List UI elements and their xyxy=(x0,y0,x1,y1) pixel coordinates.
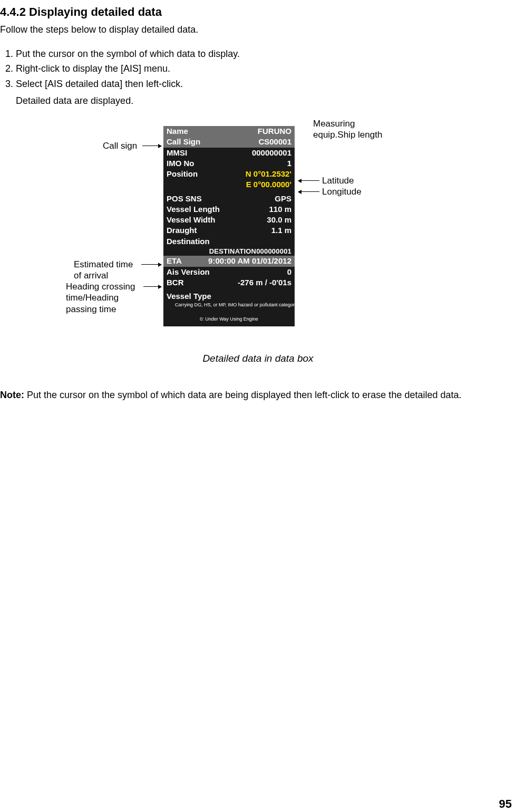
ann-measuring: Measuring equip.Ship length xyxy=(313,118,382,141)
ais-data-box: NameFURUNO Call SignCS00001 MMSI00000000… xyxy=(163,126,295,326)
step-1: Put the cursor on the symbol of which da… xyxy=(16,47,516,60)
value-vessel-length: 110 m xyxy=(269,204,291,215)
value-vessel-type-2: 0: Under Way Using Engine xyxy=(163,316,295,322)
note-text: Note: Put the cursor on the symbol of wh… xyxy=(0,389,516,401)
figure-caption: Detailed data in data box xyxy=(0,352,516,365)
label-eta: ETA xyxy=(167,256,182,266)
value-bcr: -276 m / -0'01s xyxy=(238,277,291,288)
value-destination: DESTINATION000000001 xyxy=(163,247,295,256)
note-label: Note: xyxy=(0,390,24,400)
intro-text: Follow the steps below to display detail… xyxy=(0,23,516,36)
ann-eta: Estimated time of arrival xyxy=(74,259,133,282)
row-vessel-type-label: Vessel Type xyxy=(163,291,295,302)
value-latitude: N 0°01.2532' xyxy=(246,169,291,179)
ann-longitude: Longitude xyxy=(322,186,362,197)
value-ais-version: 0 xyxy=(287,267,291,277)
page-number: 95 xyxy=(499,796,512,812)
step-result: Detailed data are displayed. xyxy=(16,94,516,107)
value-draught: 1.1 m xyxy=(271,225,291,236)
step-3: Select [AIS detailed data] then left-cli… xyxy=(16,78,516,90)
value-vessel-width: 30.0 m xyxy=(267,215,291,225)
arrow-longitude xyxy=(298,191,319,192)
figure-area: Call sign Estimated time of arrival Head… xyxy=(0,115,516,379)
label-ais-version: Ais Version xyxy=(167,267,210,277)
step-2: Right-click to display the [AIS] menu. xyxy=(16,62,516,75)
value-longitude: E 0°00.0000' xyxy=(246,179,291,190)
value-callsign: CS00001 xyxy=(258,137,291,147)
row-draught: Draught1.1 m xyxy=(163,225,295,236)
row-bcr: BCR-276 m / -0'01s xyxy=(163,277,295,288)
row-eta: ETA9:00:00 AM 01/01/2012 xyxy=(163,256,295,266)
label-mmsi: MMSI xyxy=(167,148,187,158)
ann-callsign: Call sign xyxy=(103,140,137,151)
arrow-bcr xyxy=(143,286,161,287)
arrow-eta xyxy=(141,264,161,265)
row-imo: IMO No1 xyxy=(163,158,295,169)
label-name: Name xyxy=(167,126,188,137)
note-body: Put the cursor on the symbol of which da… xyxy=(24,390,462,400)
row-name: NameFURUNO xyxy=(163,126,295,137)
label-vessel-length: Vessel Length xyxy=(167,204,220,215)
value-name: FURUNO xyxy=(258,126,291,137)
row-position-lon: E 0°00.0000' xyxy=(163,179,295,190)
row-position-lat: PositionN 0°01.2532' xyxy=(163,169,295,179)
row-vessel-length: Vessel Length110 m xyxy=(163,204,295,215)
label-vessel-width: Vessel Width xyxy=(167,215,215,225)
label-imo: IMO No xyxy=(167,158,194,169)
ann-bcr: Heading crossing time/Heading passing ti… xyxy=(66,281,135,315)
label-pos-sns: POS SNS xyxy=(167,194,202,204)
value-vessel-type-1: Carrying DG, HS, or MP, IMO hazard or po… xyxy=(163,302,295,308)
label-destination: Destination xyxy=(167,236,210,247)
row-vessel-width: Vessel Width30.0 m xyxy=(163,215,295,225)
row-destination-label: Destination xyxy=(163,236,295,247)
label-bcr: BCR xyxy=(167,277,184,288)
row-pos-sns: POS SNSGPS xyxy=(163,194,295,204)
value-pos-sns: GPS xyxy=(275,194,291,204)
value-imo: 1 xyxy=(287,158,291,169)
ann-latitude: Latitude xyxy=(322,175,354,186)
value-mmsi: 000000001 xyxy=(252,148,291,158)
arrow-callsign xyxy=(142,146,161,146)
label-draught: Draught xyxy=(167,225,197,236)
row-callsign: Call SignCS00001 xyxy=(163,137,295,147)
label-vessel-type: Vessel Type xyxy=(167,291,211,302)
value-eta: 9:00:00 AM 01/01/2012 xyxy=(208,256,291,266)
row-ais-version: Ais Version0 xyxy=(163,267,295,277)
arrow-latitude xyxy=(298,180,319,181)
steps-list: Put the cursor on the symbol of which da… xyxy=(16,47,516,90)
row-mmsi: MMSI000000001 xyxy=(163,148,295,158)
label-position: Position xyxy=(167,169,198,179)
section-heading: 4.4.2 Displaying detailed data xyxy=(0,4,516,20)
label-callsign: Call Sign xyxy=(167,137,200,147)
